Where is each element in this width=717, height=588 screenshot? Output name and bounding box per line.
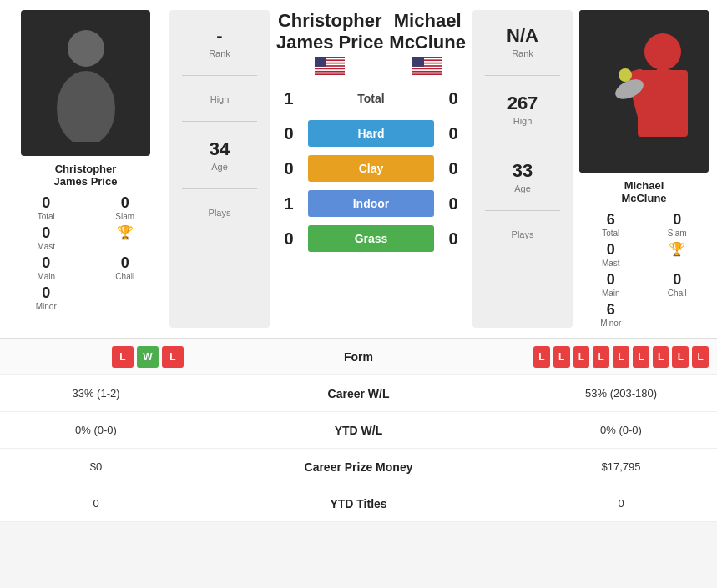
player1-mast-label: Mast (37, 242, 55, 251)
player2-minor: 6 (607, 301, 615, 319)
divider5 (485, 143, 560, 143)
total-score-right: 0 (441, 89, 466, 108)
svg-rect-15 (412, 69, 442, 71)
form-row: LWL Form LLLLLLLLL (0, 339, 717, 375)
player1-ytd-titles: 0 (0, 497, 192, 510)
clay-score-left: 0 (276, 159, 301, 178)
player1-age-block: 34 Age (178, 132, 261, 178)
divider3 (182, 188, 257, 189)
player1-photo (21, 10, 150, 156)
player2-minor-label: Minor (600, 319, 621, 328)
divider2 (182, 121, 257, 122)
player2-total-label: Total (602, 229, 619, 238)
form-badge-player2: L (593, 346, 609, 368)
hard-badge: Hard (308, 120, 434, 147)
total-score-left: 1 (276, 89, 301, 108)
clay-badge: Clay (308, 155, 434, 182)
player1-mast: 0 (42, 224, 50, 242)
svg-rect-9 (315, 57, 326, 67)
player1-career-prize: $0 (0, 460, 192, 473)
player1-minor-label: Minor (36, 302, 57, 311)
career-prize-label: Career Prize Money (192, 460, 525, 474)
player1-stats-grid: 0 Total 0 Slam 0 Mast 🏆 0 Main (8, 194, 163, 311)
player1-rank-val: - (216, 25, 222, 47)
player2-photo-inner (579, 10, 709, 173)
player2-minor-cell: 6 Minor (579, 301, 643, 328)
ytd-titles-row: 0 YTD Titles 0 (0, 485, 717, 522)
svg-point-0 (68, 30, 104, 67)
player1-age-val: 34 (210, 138, 230, 160)
player1-rank-label: Rank (209, 48, 230, 58)
form-badge-player2: L (653, 346, 669, 368)
indoor-score-left: 1 (276, 194, 301, 214)
form-badge-player1: L (162, 346, 184, 368)
form-badge-player2: L (533, 346, 550, 368)
player1-chall-cell: 0 Chall (88, 254, 164, 281)
career-prize-row: $0 Career Prize Money $17,795 (0, 449, 717, 485)
player2-career-wl: 53% (203-180) (525, 387, 717, 400)
player2-header: Michael McClune (389, 10, 466, 75)
player2-header-name: Michael McClune (389, 10, 466, 53)
player2-plays-block: Plays (481, 221, 564, 246)
player2-us-flag-icon (412, 57, 442, 75)
player1-header: Christopher James Price (276, 10, 383, 75)
player1-total-cell: 0 Total (8, 194, 84, 221)
svg-point-1 (57, 71, 115, 142)
score-rows: 1 Total 0 0 Hard 0 0 Clay (276, 83, 466, 328)
player2-slam-label: Slam (668, 229, 687, 238)
grass-badge: Grass (308, 225, 434, 252)
player1-silhouette (48, 25, 124, 142)
svg-rect-17 (412, 57, 424, 67)
player2-form-badges: LLLLLLLLL (525, 346, 717, 368)
svg-rect-7 (315, 69, 345, 71)
svg-point-24 (619, 68, 632, 82)
player1-trophy-cell: 🏆 (88, 224, 164, 251)
hard-score-right: 0 (441, 124, 466, 143)
player2-chall-cell: 0 Chall (646, 271, 709, 298)
svg-rect-8 (315, 73, 345, 74)
player1-slam: 0 (121, 194, 129, 212)
svg-rect-6 (315, 67, 345, 68)
form-badge-player1: W (137, 346, 159, 368)
player1-name: Christopher James Price (54, 163, 118, 188)
svg-rect-16 (412, 73, 442, 74)
player1-slam-label: Slam (115, 212, 134, 221)
grass-score-right: 0 (441, 229, 466, 249)
player2-high-val: 267 (507, 93, 538, 114)
player1-career-wl: 33% (1-2) (0, 387, 192, 400)
player1-total: 0 (42, 194, 50, 212)
form-badge-player2: L (672, 346, 689, 368)
ytd-wl-label: YTD W/L (192, 424, 525, 437)
player2-age-val: 33 (513, 160, 533, 182)
player2-slam: 0 (673, 211, 681, 229)
clay-score-right: 0 (441, 159, 466, 178)
player2-flag (389, 57, 466, 75)
player2-age-label: Age (514, 183, 531, 193)
player2-high-block: 267 High (481, 86, 564, 133)
player2-ytd-titles: 0 (525, 497, 717, 510)
form-badge-player2: L (692, 346, 709, 368)
form-label: Form (192, 350, 525, 364)
form-badge-player2: L (633, 346, 649, 368)
player2-career-prize: $17,795 (525, 460, 717, 473)
form-badge-player1: L (112, 346, 134, 368)
trophy-icon-left: 🏆 (117, 224, 134, 240)
player1-age-label: Age (211, 162, 228, 172)
player1-main-cell: 0 Main (8, 254, 84, 281)
career-wl-row: 33% (1-2) Career W/L 53% (203-180) (0, 375, 717, 412)
divider4 (485, 75, 560, 76)
player2-mast: 0 (607, 241, 615, 259)
match-center: Christopher James Price (276, 10, 466, 328)
form-badge-player2: L (573, 346, 590, 368)
player2-total: 6 (607, 211, 615, 229)
main-container: Christopher James Price 0 Total 0 Slam 0… (0, 0, 717, 522)
player1-high-block: High (178, 86, 261, 111)
score-row-total: 1 Total 0 (276, 83, 466, 113)
divider6 (485, 210, 560, 211)
trophy-icon-right: 🏆 (669, 241, 685, 257)
player1-high-label: High (210, 94, 230, 104)
player2-rank-block: N/A Rank (481, 18, 564, 65)
player1-minor-cell: 0 Minor (8, 284, 84, 311)
player2-photo (579, 10, 709, 173)
player2-mast-cell: 0 Mast (579, 241, 643, 268)
